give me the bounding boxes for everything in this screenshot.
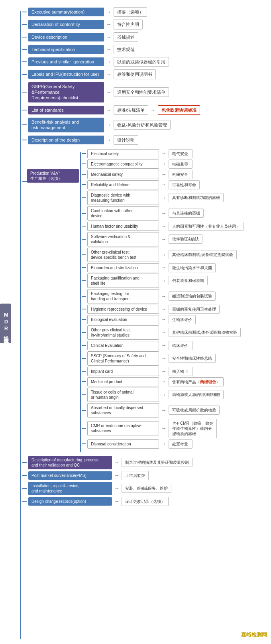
bottom-en-3: Design change records(option) (28, 497, 112, 506)
prod-item-en-14: Other pre- clinical test; in-vitro/anima… (87, 325, 159, 340)
prod-arrow-7: → (161, 236, 166, 242)
production-item-11: Packaging testing for handing and transp… (82, 289, 268, 303)
node-labels-en: Labels and IFU(Instruction for use) (28, 70, 104, 79)
node-gspr-zh: 通用安全和性能要求清单 (114, 87, 169, 97)
prod-item-en-3: Reliability and lifetime (87, 180, 159, 189)
node-declaration-zh: 符合性声明 (114, 20, 143, 29)
h-connector-prod-3 (82, 184, 86, 185)
h-connector (22, 37, 27, 37)
prod-item-zh-22: 处置考量 (169, 439, 192, 449)
bottom-en-0: Description of manufacturing process and… (28, 456, 112, 469)
bottom-zh-1: 上市后监督 (122, 471, 149, 480)
prod-arrow-10: → (161, 278, 166, 284)
h-connector-prod-15 (82, 345, 86, 346)
h-connector-bottom-1 (22, 475, 27, 476)
prod-item-en-15: Clinical Evaluation (87, 341, 159, 350)
prod-item-zh-11: 搬运和运输的包装试验 (169, 291, 216, 301)
production-items: Electrical safety→电气安全Electromagnetic co… (82, 149, 268, 449)
h-connector-prod-0 (82, 153, 86, 154)
arrow-1: → (106, 22, 111, 27)
h-connector-prod-11 (82, 296, 86, 297)
prod-item-zh-16: 安全性和临床性能总结 (169, 354, 216, 363)
bottom-en-1: Post-market surveillance(PMS) (28, 471, 112, 480)
production-item-20: Absorbed or locally dispersed substances… (82, 403, 268, 418)
h-connector (22, 124, 27, 125)
h-connector-prod-16 (82, 358, 86, 359)
h-connector-prod-5 (82, 213, 86, 214)
h-connector-prod-12 (82, 309, 86, 309)
prod-arrow-13: → (161, 317, 166, 322)
node-technical-en: Technical specification (28, 45, 104, 54)
prod-item-zh-3: 可靠性和寿命 (169, 180, 200, 189)
prod-item-zh-15: 临床评价 (169, 341, 192, 350)
prod-arrow-16: → (161, 356, 166, 361)
prod-item-zh-13: 生物学评价 (169, 315, 196, 324)
section-list-standards: List of standards → 标准/法规清单 → 包含欧盟协调标准 (22, 105, 268, 115)
prod-item-en-17: Implant card (87, 367, 159, 376)
bottom-arrow-2: → (114, 486, 119, 491)
section-previous: Previous and similar generation → 以前的或类似… (22, 57, 268, 67)
node-declaration-en: Declaration of conformity (28, 20, 104, 29)
prod-arrow-0: → (161, 151, 166, 156)
production-item-9: Bioburden and sterilization→微生物污染水平和灭菌 (82, 263, 268, 272)
prod-item-en-20: Absorbed or locally dispersed substances (87, 403, 159, 418)
arrow-0: → (106, 9, 111, 15)
node-standards-zh: 标准/法规清单 (114, 105, 148, 115)
prod-item-en-9: Bioburden and sterilization (87, 263, 159, 272)
prod-item-en-22: Disposal consideration (87, 439, 159, 449)
prod-arrow-21: → (161, 425, 166, 431)
prod-item-zh-8: 其他临床前测试,设备特定货架试验 (169, 250, 237, 259)
prod-item-en-4: Diagnostic device with measuring functio… (87, 191, 159, 205)
prod-item-en-5: Combination with other device (87, 206, 159, 221)
h-connector-prod-10 (82, 280, 86, 281)
h-connector-bottom-0 (22, 462, 27, 463)
section-gspr: GSPR(General Safety &Performance Require… (22, 82, 268, 102)
prod-item-zh-20: 可吸收或局部扩散的物质 (169, 406, 220, 415)
h-connector-prod-21 (82, 428, 86, 429)
section-technical: Technical specification → 技术规范 (22, 45, 268, 54)
section-device-description: Device description → 器械描述 (22, 32, 268, 42)
prod-item-en-13: Biological evaluation (87, 315, 159, 324)
node-standards-zh2: 包含欧盟协调标准 (158, 105, 200, 115)
production-spine (80, 152, 81, 452)
prod-item-en-21: CMR or endocrine disruptive substances (87, 421, 159, 435)
bottom-sections: Description of manufacturing process and… (22, 456, 268, 506)
h-connector-prod-9 (82, 267, 86, 268)
h-connector-prod-14 (82, 332, 86, 333)
production-item-7: Software verification & validation→软件验证&… (82, 232, 268, 246)
prod-item-en-1: Electromagnetic compatibility (87, 160, 159, 169)
prod-item-en-18: Medicinal product (87, 377, 159, 386)
prod-item-en-7: Software verification & validation (87, 232, 159, 246)
production-item-8: Other pre-clinical test; device specific… (82, 248, 268, 262)
prod-arrow-22: → (161, 441, 166, 447)
h-connector-prod-8 (82, 254, 86, 255)
production-item-12: Hygienic reprocessing of device→器械的重复使用卫… (82, 305, 268, 314)
section-declaration: Declaration of conformity → 符合性声明 (22, 20, 268, 29)
h-connector-bottom-3 (22, 501, 27, 502)
h-connector-prod-13 (82, 319, 86, 320)
production-item-4: Diagnostic device with measuring functio… (82, 191, 268, 205)
bottom-zh-3: 设计更改记录（选项） (122, 497, 169, 506)
prod-arrow-15: → (161, 343, 166, 348)
bottom-arrow-1: → (114, 473, 119, 478)
prod-arrow-19: → (161, 392, 166, 398)
section-benefit-risk: Benefit-risk analysis and risk managemen… (22, 118, 268, 132)
h-connector (22, 49, 27, 50)
arrow-5: → (106, 72, 111, 77)
prod-item-zh-0: 电气安全 (169, 149, 192, 158)
bottom-section-1: Post-market surveillance(PMS)→上市后监督 (22, 471, 268, 480)
production-item-16: SSCP (Summary of Safety and Clinical Per… (82, 351, 268, 366)
production-item-0: Electrical safety→电气安全 (82, 149, 268, 158)
arrow-7: → (106, 107, 111, 113)
prod-arrow-17: → (161, 368, 166, 374)
node-gspr-en: GSPR(General Safety &Performance Require… (28, 82, 104, 102)
production-item-19: Tissue or cells of animal or human ongin… (82, 388, 268, 402)
prod-item-zh-21: 含有CMR（致癌、致突 变或生物毒性）或内分 泌物质的器械 (169, 419, 217, 438)
prod-item-en-12: Hygienic reprocessing of device (87, 305, 159, 314)
production-item-21: CMR or endocrine disruptive substances→含… (82, 419, 268, 438)
production-item-1: Electromagnetic compatibility→电磁兼容 (82, 160, 268, 169)
production-item-3: Reliability and lifetime→可靠性和寿命 (82, 180, 268, 189)
prod-item-zh-5: 与其连接的器械 (169, 209, 204, 218)
node-production-label: Production V&V* 生产相关（选项） (27, 169, 79, 183)
prod-item-en-11: Packaging testing for handing and transp… (87, 289, 159, 303)
